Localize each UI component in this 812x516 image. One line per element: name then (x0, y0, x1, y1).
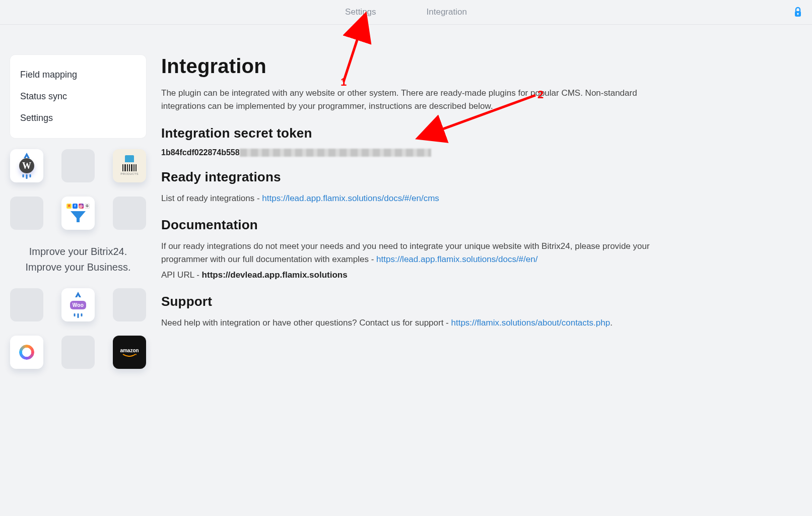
top-tabs: Settings Integration (0, 0, 812, 24)
top-bar: Settings Integration (0, 0, 812, 25)
support-text: Need help with integration or have other… (161, 318, 451, 328)
sidebar-nav: Field mapping Status sync Settings (10, 55, 146, 138)
yandex-icon: Я (66, 204, 72, 209)
tab-settings[interactable]: Settings (345, 7, 376, 17)
ready-link[interactable]: https://lead.app.flamix.solutions/docs/#… (262, 194, 439, 203)
sidebar-item-settings[interactable]: Settings (20, 107, 136, 129)
promo-tile-woo[interactable]: Woo (61, 288, 95, 321)
token-heading: Integration secret token (161, 125, 650, 141)
ready-text: List of ready integrations - (161, 194, 262, 203)
promo-tile-wordpress[interactable]: W (10, 149, 43, 182)
promo-tile-blank (61, 149, 95, 182)
doc-link[interactable]: https://lead.app.flamix.solutions/docs/#… (376, 254, 537, 264)
woo-icon: Woo (70, 301, 86, 309)
amazon-smile-icon (122, 354, 137, 357)
promo-tile-blank (113, 288, 146, 321)
period: . (610, 318, 613, 328)
main-content: 1 2 Integration The plugin can be integr… (161, 55, 650, 332)
intro-text: The plugin can be integrated with any we… (161, 87, 650, 113)
arrow-up-icon (23, 153, 30, 159)
promo-tile-blank (10, 288, 43, 321)
token-redacted (240, 149, 431, 157)
arrow-up-icon (75, 292, 82, 298)
funnel-icon (70, 210, 87, 223)
barcode-icon (122, 164, 137, 171)
api-label: API URL - (161, 270, 202, 280)
promo-line-2: Improve your Business. (10, 260, 146, 275)
promo-tile-blank (61, 336, 95, 369)
promo-text: Improve your Bitrix24. Improve your Busi… (10, 244, 146, 275)
lock-icon[interactable] (794, 7, 802, 18)
sidebar-item-status-sync[interactable]: Status sync (20, 86, 136, 107)
sidebar-item-field-mapping[interactable]: Field mapping (20, 64, 136, 86)
promo-tile-barcode[interactable]: PRODUCTS (113, 149, 146, 182)
tab-integration[interactable]: Integration (427, 7, 467, 17)
wordpress-icon: W (19, 158, 34, 173)
token-row: 1b84fcdf022874b558 (161, 148, 650, 157)
support-link[interactable]: https://flamix.solutions/about/contacts.… (451, 318, 611, 328)
doc-heading: Documentation (161, 217, 650, 233)
promo-tile-funnel[interactable]: Я f ◎ G (61, 197, 95, 230)
support-heading: Support (161, 294, 650, 309)
brand-row: Я f ◎ G (66, 204, 90, 209)
promo-line-1: Improve your Bitrix24. (10, 244, 146, 260)
api-url: https://devlead.app.flamix.solutions (202, 270, 348, 280)
promo-block: W PRODUCTS Я f ◎ G (10, 149, 146, 369)
svg-rect-2 (797, 14, 798, 15)
promo-tile-swirl[interactable] (10, 336, 43, 369)
page-title: Integration (161, 55, 650, 78)
doc-paragraph: If our ready integrations do not meet yo… (161, 240, 650, 267)
promo-tile-amazon[interactable]: amazon (113, 336, 146, 369)
promo-tile-blank (10, 197, 43, 230)
bars-icon (23, 174, 31, 179)
api-paragraph: API URL - https://devlead.app.flamix.sol… (161, 269, 650, 282)
ready-heading: Ready integrations (161, 169, 650, 185)
bars-icon (74, 313, 83, 318)
token-prefix: 1b84fcdf022874b558 (161, 148, 240, 157)
facebook-icon: f (73, 204, 78, 209)
amazon-word: amazon (120, 348, 139, 353)
sheet-icon (125, 155, 134, 162)
instagram-icon: ◎ (79, 204, 84, 209)
promo-tile-blank (113, 197, 146, 230)
barcode-label: PRODUCTS (120, 172, 138, 175)
swirl-icon (19, 345, 34, 360)
support-paragraph: Need help with integration or have other… (161, 316, 650, 330)
ready-paragraph: List of ready integrations - https://lea… (161, 192, 650, 205)
google-icon: G (85, 204, 90, 209)
